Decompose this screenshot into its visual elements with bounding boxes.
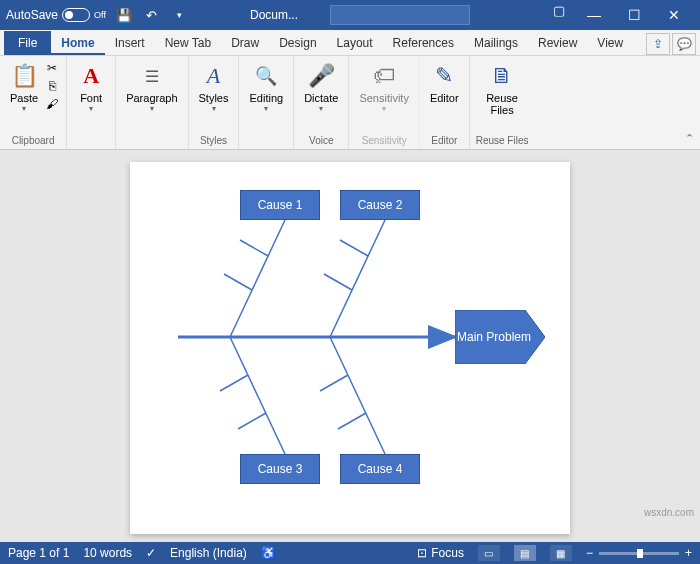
dictate-label: Dictate bbox=[304, 92, 338, 104]
paragraph-button[interactable]: ☰ Paragraph ▾ bbox=[122, 60, 181, 130]
editor-icon: ✎ bbox=[430, 62, 458, 90]
editor-button[interactable]: ✎ Editor bbox=[426, 60, 463, 130]
group-clipboard: 📋 Paste ▾ ✂ ⎘ 🖌 Clipboard bbox=[0, 56, 67, 149]
svg-line-7 bbox=[324, 274, 352, 290]
maximize-button[interactable]: ☐ bbox=[614, 0, 654, 30]
editing-button[interactable]: 🔍 Editing ▾ bbox=[245, 60, 287, 130]
focus-mode[interactable]: ⊡Focus bbox=[417, 546, 464, 560]
svg-line-3 bbox=[240, 240, 268, 256]
font-icon: A bbox=[77, 62, 105, 90]
tab-file[interactable]: File bbox=[4, 31, 51, 55]
zoom-track[interactable] bbox=[599, 552, 679, 555]
undo-icon[interactable]: ↶ bbox=[142, 5, 162, 25]
format-painter-icon[interactable]: 🖌 bbox=[44, 96, 60, 112]
dictate-button[interactable]: 🎤 Dictate ▾ bbox=[300, 60, 342, 130]
minimize-button[interactable]: — bbox=[574, 0, 614, 30]
zoom-in-icon[interactable]: + bbox=[685, 546, 692, 560]
save-icon[interactable]: 💾 bbox=[114, 5, 134, 25]
svg-line-10 bbox=[238, 413, 266, 429]
cause-label: Cause 1 bbox=[258, 198, 303, 212]
tab-draw[interactable]: Draw bbox=[221, 31, 269, 55]
paste-label: Paste bbox=[10, 92, 38, 104]
cause-box-4[interactable]: Cause 4 bbox=[340, 454, 420, 484]
tab-home[interactable]: Home bbox=[51, 31, 104, 55]
paste-button[interactable]: 📋 Paste ▾ bbox=[6, 60, 42, 130]
group-label bbox=[265, 134, 268, 147]
word-count[interactable]: 10 words bbox=[83, 546, 132, 560]
group-label: Editor bbox=[431, 134, 457, 147]
chevron-down-icon: ▾ bbox=[89, 104, 93, 113]
tab-insert[interactable]: Insert bbox=[105, 31, 155, 55]
ribbon-display-icon[interactable]: ▢ bbox=[544, 0, 574, 20]
cause-box-3[interactable]: Cause 3 bbox=[240, 454, 320, 484]
collapse-ribbon-icon[interactable]: ⌃ bbox=[685, 132, 694, 145]
cause-box-1[interactable]: Cause 1 bbox=[240, 190, 320, 220]
group-label bbox=[150, 134, 153, 147]
tag-icon: 🏷 bbox=[370, 62, 398, 90]
svg-line-5 bbox=[330, 220, 385, 337]
cause-label: Cause 4 bbox=[358, 462, 403, 476]
main-problem-shape[interactable]: Main Problem bbox=[455, 310, 545, 364]
document-page[interactable]: Cause 1 Cause 2 Cause 3 Cause 4 Main Pro… bbox=[130, 162, 570, 534]
accessibility-icon[interactable]: ♿ bbox=[261, 546, 276, 560]
group-label: Voice bbox=[309, 134, 333, 147]
reuse-files-button[interactable]: 🗎 Reuse Files bbox=[479, 60, 525, 130]
chevron-down-icon: ▾ bbox=[22, 104, 26, 113]
tab-layout[interactable]: Layout bbox=[327, 31, 383, 55]
zoom-thumb[interactable] bbox=[637, 549, 643, 558]
svg-line-2 bbox=[230, 220, 285, 337]
svg-line-11 bbox=[330, 337, 385, 454]
tab-references[interactable]: References bbox=[383, 31, 464, 55]
web-layout-icon[interactable]: ▦ bbox=[550, 545, 572, 561]
svg-line-13 bbox=[338, 413, 366, 429]
watermark: wsxdn.com bbox=[644, 507, 694, 518]
group-styles: A Styles ▾ Styles bbox=[189, 56, 240, 149]
main-problem-label: Main Problem bbox=[457, 330, 531, 344]
ribbon-tabs: File Home Insert New Tab Draw Design Lay… bbox=[0, 30, 700, 56]
sensitivity-button: 🏷 Sensitivity ▾ bbox=[355, 60, 413, 130]
title-bar: AutoSave Off 💾 ↶ ▾ Docum... ▢ — ☐ ✕ bbox=[0, 0, 700, 30]
zoom-out-icon[interactable]: − bbox=[586, 546, 593, 560]
read-mode-icon[interactable]: ▭ bbox=[478, 545, 500, 561]
chevron-down-icon: ▾ bbox=[264, 104, 268, 113]
close-button[interactable]: ✕ bbox=[654, 0, 694, 30]
group-font: A Font ▾ bbox=[67, 56, 116, 149]
paragraph-label: Paragraph bbox=[126, 92, 177, 104]
styles-button[interactable]: A Styles ▾ bbox=[195, 60, 233, 130]
svg-line-9 bbox=[220, 375, 248, 391]
page-indicator[interactable]: Page 1 of 1 bbox=[8, 546, 69, 560]
cause-box-2[interactable]: Cause 2 bbox=[340, 190, 420, 220]
dropdown-icon[interactable]: ▾ bbox=[170, 5, 190, 25]
group-editor: ✎ Editor Editor bbox=[420, 56, 470, 149]
cut-icon[interactable]: ✂ bbox=[44, 60, 60, 76]
svg-line-4 bbox=[224, 274, 252, 290]
sensitivity-label: Sensitivity bbox=[359, 92, 409, 104]
group-label: Sensitivity bbox=[362, 134, 407, 147]
zoom-slider[interactable]: − + bbox=[586, 546, 692, 560]
group-paragraph: ☰ Paragraph ▾ bbox=[116, 56, 188, 149]
autosave-toggle[interactable]: AutoSave Off bbox=[6, 8, 106, 22]
print-layout-icon[interactable]: ▤ bbox=[514, 545, 536, 561]
group-label: Reuse Files bbox=[476, 134, 529, 147]
language-indicator[interactable]: English (India) bbox=[170, 546, 247, 560]
copy-icon[interactable]: ⎘ bbox=[44, 78, 60, 94]
toggle-off-icon[interactable] bbox=[62, 8, 90, 22]
tab-mailings[interactable]: Mailings bbox=[464, 31, 528, 55]
tab-view[interactable]: View bbox=[587, 31, 633, 55]
search-box[interactable] bbox=[330, 5, 470, 25]
tab-new-tab[interactable]: New Tab bbox=[155, 31, 221, 55]
group-label bbox=[90, 134, 93, 147]
tab-review[interactable]: Review bbox=[528, 31, 587, 55]
focus-label: Focus bbox=[431, 546, 464, 560]
chevron-down-icon: ▾ bbox=[319, 104, 323, 113]
autosave-label: AutoSave bbox=[6, 8, 58, 22]
font-button[interactable]: A Font ▾ bbox=[73, 60, 109, 130]
share-icon[interactable]: ⇪ bbox=[646, 33, 670, 55]
group-reuse-files: 🗎 Reuse Files Reuse Files bbox=[470, 56, 535, 149]
tab-design[interactable]: Design bbox=[269, 31, 326, 55]
spellcheck-icon[interactable]: ✓ bbox=[146, 546, 156, 560]
document-canvas[interactable]: Cause 1 Cause 2 Cause 3 Cause 4 Main Pro… bbox=[0, 150, 700, 542]
cause-label: Cause 2 bbox=[358, 198, 403, 212]
chevron-down-icon: ▾ bbox=[382, 104, 386, 113]
comments-icon[interactable]: 💬 bbox=[672, 33, 696, 55]
